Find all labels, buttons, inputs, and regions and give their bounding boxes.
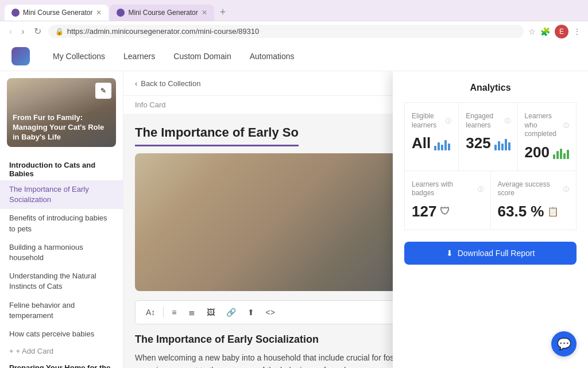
lock-icon: 🔒 xyxy=(55,28,64,36)
chevron-left-icon: ‹ xyxy=(135,79,137,88)
main-area: From Fur to Family: Managing Your Cat's … xyxy=(0,71,588,368)
toolbar-font-size[interactable]: A↕ xyxy=(142,305,158,319)
download-button-label: Download Full Report xyxy=(458,249,535,258)
tab-label-1: Mini Course Generator xyxy=(23,9,92,17)
sidebar-card: From Fur to Family: Managing Your Cat's … xyxy=(7,78,116,147)
tab-favicon-2 xyxy=(117,9,125,17)
url-bar[interactable]: 🔒 https://admin.minicoursegenerator.com/… xyxy=(48,25,524,38)
tab-close-2[interactable]: ✕ xyxy=(202,9,207,17)
new-tab-button[interactable]: + xyxy=(215,4,231,21)
nav-my-collections[interactable]: My Collections xyxy=(44,41,114,71)
tab-label-2: Mini Course Generator xyxy=(128,9,198,17)
tab-close-1[interactable]: ✕ xyxy=(96,9,102,17)
toolbar-align[interactable]: ≡ xyxy=(168,305,180,319)
info-icon-3: ⓘ xyxy=(478,185,483,193)
metric-engaged-learners: Engaged learners ⓘ 325 xyxy=(459,103,517,171)
back-button[interactable]: ‹ xyxy=(7,25,14,38)
engaged-learners-label: Engaged learners ⓘ xyxy=(466,112,510,130)
metrics-grid-top: Eligible learners ⓘ All xyxy=(404,102,577,171)
sidebar-item-natural-instincts[interactable]: Understanding the Natural Instincts of C… xyxy=(0,267,123,296)
toolbar-image[interactable]: 🖼 xyxy=(203,305,218,319)
shield-icon: 🛡 xyxy=(440,206,450,218)
eligible-learners-label: Eligible learners ⓘ xyxy=(412,112,451,130)
sidebar-card-title: From Fur to Family: Managing Your Cat's … xyxy=(7,109,116,147)
menu-icon[interactable]: ⋮ xyxy=(573,27,581,36)
success-score-value: 63.5 % 📋 xyxy=(498,203,570,220)
back-to-collection-link[interactable]: ‹ Back to Collection xyxy=(135,79,200,88)
extensions-icon[interactable]: 🧩 xyxy=(540,27,550,36)
section-header-preparing: Preparing Your Home for the New Arrival xyxy=(0,359,123,368)
add-card-label: + Add Card xyxy=(16,347,53,355)
analytics-title: Analytics xyxy=(393,71,588,102)
app: My Collections Learners Custom Domain Au… xyxy=(0,41,588,368)
download-icon: ⬇ xyxy=(446,249,453,258)
edit-card-button[interactable]: ✎ xyxy=(95,83,111,99)
metric-completed: Learners who completed ⓘ 200 xyxy=(518,103,577,171)
metrics-grid-bottom: Learners with badges ⓘ 127 🛡 Average suc… xyxy=(404,171,577,230)
browser-chrome: Mini Course Generator ✕ Mini Course Gene… xyxy=(0,0,588,41)
metric-badges: Learners with badges ⓘ 127 🛡 xyxy=(405,171,491,230)
download-report-button[interactable]: ⬇ Download Full Report xyxy=(404,242,577,265)
bar-chart-eligible xyxy=(434,137,450,150)
divider-1 xyxy=(163,307,164,317)
chat-button[interactable]: 💬 xyxy=(551,331,577,357)
analytics-panel: Analytics Eligible learners ⓘ All xyxy=(393,71,588,368)
toolbar-code[interactable]: <> xyxy=(262,305,278,319)
bar-chart-engaged xyxy=(494,137,510,150)
address-icons: ☆ 🧩 E ⋮ xyxy=(528,25,581,38)
tab-bar: Mini Course Generator ✕ Mini Course Gene… xyxy=(0,0,588,21)
chat-icon: 💬 xyxy=(557,337,571,351)
badges-value: 127 🛡 xyxy=(412,203,483,220)
eligible-learners-value: All xyxy=(412,134,451,152)
url-text: https://admin.minicoursegenerator.com/mi… xyxy=(67,27,260,36)
badges-label: Learners with badges ⓘ xyxy=(412,180,483,198)
metric-eligible-learners: Eligible learners ⓘ All xyxy=(405,103,459,171)
toolbar-link[interactable]: 🔗 xyxy=(223,305,239,319)
nav-learners[interactable]: Learners xyxy=(114,41,164,71)
toolbar-upload[interactable]: ⬆ xyxy=(244,305,258,319)
toolbar-list[interactable]: ≣ xyxy=(185,305,199,319)
metric-success-score: Average success score ⓘ 63.5 % 📋 xyxy=(491,171,577,230)
info-icon-4: ⓘ xyxy=(563,185,569,193)
completed-label: Learners who completed ⓘ xyxy=(525,112,569,139)
sidebar-item-perceive-babies[interactable]: How cats perceive babies xyxy=(0,325,123,343)
bar-chart-completed xyxy=(553,145,569,159)
plus-icon: + xyxy=(9,347,14,355)
sidebar-item-benefits[interactable]: Benefits of introducing babies to pets xyxy=(0,209,123,238)
nav-automations[interactable]: Automations xyxy=(241,41,304,71)
tab-favicon-1 xyxy=(11,9,20,17)
address-bar: ‹ › ↻ 🔒 https://admin.minicoursegenerato… xyxy=(0,21,588,41)
section-header-intro: Introduction to Cats and Babies xyxy=(0,156,123,180)
sidebar: From Fur to Family: Managing Your Cat's … xyxy=(0,71,123,368)
tab-1[interactable]: Mini Course Generator ✕ xyxy=(5,5,109,21)
info-icon-0: ⓘ xyxy=(446,117,451,125)
sidebar-item-harmonious[interactable]: Building a harmonious household xyxy=(0,238,123,267)
info-icon-1: ⓘ xyxy=(505,117,510,125)
back-link-label: Back to Collection xyxy=(141,79,200,88)
info-icon-2: ⓘ xyxy=(563,122,569,129)
top-nav: My Collections Learners Custom Domain Au… xyxy=(0,41,588,71)
engaged-learners-value: 325 xyxy=(466,134,510,152)
copy-icon: 📋 xyxy=(547,206,559,217)
sidebar-item-early-socialization[interactable]: The Importance of Early Socialization xyxy=(0,180,123,209)
profile-avatar[interactable]: E xyxy=(555,25,568,38)
logo-icon xyxy=(11,47,30,65)
success-score-label: Average success score ⓘ xyxy=(498,180,570,198)
logo xyxy=(11,47,30,65)
reload-button[interactable]: ↻ xyxy=(32,25,44,38)
completed-value: 200 xyxy=(525,144,569,161)
add-card-button-1[interactable]: + + Add Card xyxy=(0,343,123,359)
course-title: The Importance of Early So xyxy=(135,125,299,146)
tab-2[interactable]: Mini Course Generator ✕ xyxy=(110,5,214,21)
nav-custom-domain[interactable]: Custom Domain xyxy=(164,41,240,71)
forward-button[interactable]: › xyxy=(19,25,26,38)
star-icon[interactable]: ☆ xyxy=(528,27,536,36)
sidebar-item-feline-behavior[interactable]: Feline behavior and temperament xyxy=(0,296,123,325)
